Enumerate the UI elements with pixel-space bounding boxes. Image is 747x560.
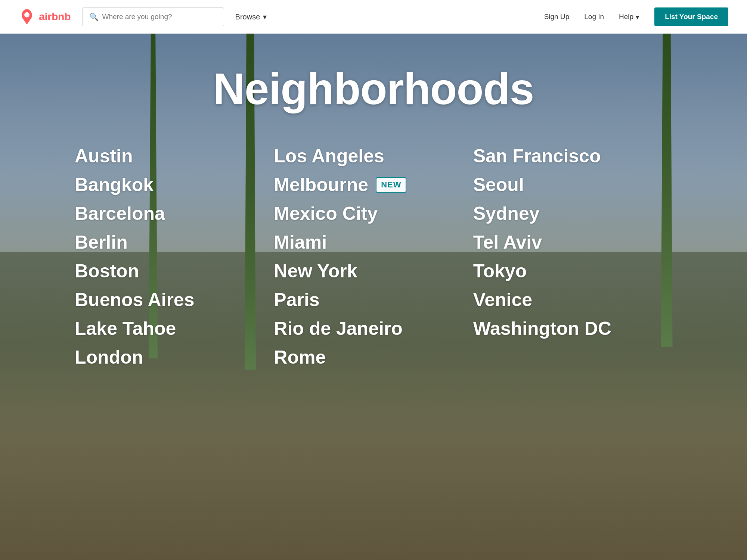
city-link[interactable]: MelbourneNEW xyxy=(274,173,473,197)
city-link[interactable]: Venice xyxy=(473,288,672,312)
city-link[interactable]: Berlin xyxy=(75,230,274,255)
city-link[interactable]: Barcelona xyxy=(75,202,274,226)
nav-right: Sign Up Log In Help ▾ List Your Space xyxy=(544,7,728,26)
search-input[interactable] xyxy=(102,13,217,21)
logo[interactable]: airbnb xyxy=(19,9,71,25)
city-link[interactable]: Seoul xyxy=(473,173,672,197)
city-link[interactable]: Mexico City xyxy=(274,202,473,226)
city-link[interactable]: Boston xyxy=(75,259,274,283)
main-content: Neighborhoods AustinBangkokBarcelonaBerl… xyxy=(0,34,747,392)
city-link[interactable]: London xyxy=(75,345,274,370)
city-column-3: San FranciscoSeoulSydneyTel AvivTokyoVen… xyxy=(473,144,672,370)
city-column-1: AustinBangkokBarcelonaBerlinBostonBuenos… xyxy=(75,144,274,370)
browse-chevron-icon: ▾ xyxy=(263,12,267,21)
help-chevron-icon: ▾ xyxy=(636,13,639,21)
airbnb-logo-icon xyxy=(19,9,35,25)
help-button[interactable]: Help ▾ xyxy=(619,13,639,21)
page-title: Neighborhoods xyxy=(56,63,691,114)
city-link[interactable]: Austin xyxy=(75,144,274,168)
signup-link[interactable]: Sign Up xyxy=(544,13,570,21)
city-link[interactable]: Washington DC xyxy=(473,317,672,341)
city-link[interactable]: Rio de Janeiro xyxy=(274,317,473,341)
city-link[interactable]: Sydney xyxy=(473,202,672,226)
city-link[interactable]: Rome xyxy=(274,345,473,370)
city-link[interactable]: Paris xyxy=(274,288,473,312)
new-badge: NEW xyxy=(376,177,406,193)
city-link[interactable]: Tel Aviv xyxy=(473,230,672,255)
city-link[interactable]: Buenos Aires xyxy=(75,288,274,312)
browse-button[interactable]: Browse ▾ xyxy=(235,12,267,21)
city-link[interactable]: Los Angeles xyxy=(274,144,473,168)
city-link[interactable]: Tokyo xyxy=(473,259,672,283)
login-link[interactable]: Log In xyxy=(584,13,604,21)
list-space-button[interactable]: List Your Space xyxy=(654,7,728,26)
city-column-2: Los AngelesMelbourneNEWMexico CityMiamiN… xyxy=(274,144,473,370)
city-link[interactable]: New York xyxy=(274,259,473,283)
help-label: Help xyxy=(619,13,633,21)
city-link[interactable]: San Francisco xyxy=(473,144,672,168)
cities-grid: AustinBangkokBarcelonaBerlinBostonBuenos… xyxy=(75,144,672,370)
browse-label: Browse xyxy=(235,13,260,21)
city-link[interactable]: Miami xyxy=(274,230,473,255)
city-link[interactable]: Bangkok xyxy=(75,173,274,197)
city-link[interactable]: Lake Tahoe xyxy=(75,317,274,341)
search-icon: 🔍 xyxy=(89,12,99,21)
navbar: airbnb 🔍 Browse ▾ Sign Up Log In Help ▾ … xyxy=(0,0,747,34)
search-bar[interactable]: 🔍 xyxy=(82,7,224,26)
logo-text: airbnb xyxy=(39,11,71,23)
